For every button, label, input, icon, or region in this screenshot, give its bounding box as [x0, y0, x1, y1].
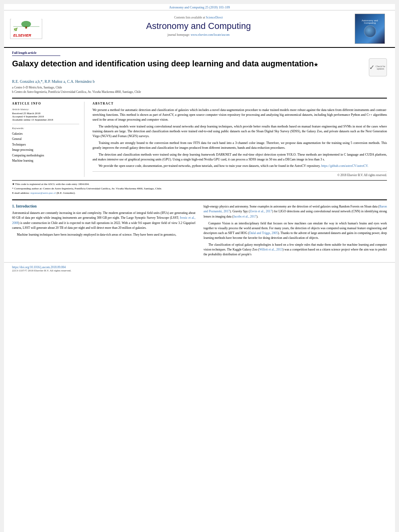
cite-ivezic[interactable]: Ivezic et al., 2008: [12, 216, 195, 224]
email-note: (R.E. González).: [56, 191, 75, 195]
intro-para-right-3: The classification of optical galaxy mor…: [204, 242, 387, 257]
intro-heading: 1. Introduction: [12, 204, 195, 208]
elsevier-logo: 🌿 ELSEVIER: [10, 19, 42, 39]
accepted-date: Accepted 4 September 2018: [12, 115, 79, 118]
bottom-links: https://doi.org/10.1016/j.ascom.2018.09.…: [4, 262, 395, 275]
intro-para-2: Machine learning techniques have been in…: [12, 232, 195, 237]
cite-willett[interactable]: Willett et al., 2013: [259, 248, 282, 251]
abstract-para-3: Training results are strongly bound to t…: [93, 141, 387, 151]
sciencedirect-link[interactable]: ScienceDirect: [206, 16, 223, 19]
article-title: Galaxy detection and identification usin…: [12, 58, 363, 69]
intro-title: Introduction: [16, 204, 37, 208]
keyword-techniques: Techniques: [12, 142, 79, 148]
received-date: Received 25 March 2018: [12, 112, 79, 115]
abstract-para-5: We provide the open source code, documen…: [93, 164, 387, 168]
cite-dalal[interactable]: Dalal and Triggs, 2005: [249, 231, 278, 235]
authors: R.E. González a,b,*, R.P. Muñoz a, C.A. …: [12, 80, 387, 84]
homepage-line: journal homepage: www.elsevier.com/locat…: [52, 33, 345, 37]
article-info-column: ARTICLE INFO Article history: Received 2…: [12, 102, 84, 177]
footnote-email: E-mail address: regonzar@astro.puc.cl (R…: [12, 191, 387, 195]
star-superscript: ★: [314, 62, 318, 68]
keywords-section: Keywords: Galaxies General Techniques Im…: [12, 127, 79, 164]
keywords-label: Keywords:: [12, 127, 79, 130]
bottom-copyright: 2213-1337/© 2018 Elsevier B.V. All right…: [12, 269, 387, 272]
introduction-section: 1. Introduction Astronomical datasets ar…: [4, 200, 395, 259]
footnote-star-text: ★ This code is registered at the ASCL wi…: [12, 183, 89, 186]
keyword-machine-learning: Machine learning: [12, 158, 79, 164]
cite-zevin[interactable]: Zevin et al., 2017: [250, 210, 272, 213]
abstract-para-2: The underlying models were trained using…: [93, 124, 387, 139]
intro-body-right: high-energy physics and astronomy. Some …: [204, 204, 387, 257]
cite-jacobs[interactable]: Jacobs et al., 2017: [233, 215, 256, 218]
svg-text:ELSEVIER: ELSEVIER: [13, 33, 31, 37]
journal-cover-planet: [364, 25, 376, 37]
keyword-galaxies: Galaxies: [12, 131, 79, 137]
available-date: Available online 15 September 2018: [12, 118, 79, 121]
abstract-para-4: The detection and classification methods…: [93, 152, 387, 162]
keyword-image-processing: Image processing: [12, 147, 79, 153]
abstract-column: ABSTRACT We present a method for automat…: [93, 102, 387, 177]
intro-para-1: Astronomical datasets are constantly inc…: [12, 211, 195, 230]
footnote-corresponding-text: * Corresponding author at: Centro de Ast…: [12, 187, 162, 190]
email-label: E-mail address:: [12, 191, 30, 195]
intro-left-column: 1. Introduction Astronomical datasets ar…: [12, 204, 195, 259]
svg-point-4: [21, 21, 31, 27]
cite-baron[interactable]: Baron and Poznanski, 2017: [204, 205, 387, 213]
email-link[interactable]: regonzar@astro.puc.cl: [31, 191, 56, 195]
article-title-section: Galaxy detection and identification usin…: [12, 58, 387, 76]
journal-cover: Astronomy andComputing: [355, 14, 385, 44]
copyright: © 2018 Elsevier B.V. All rights reserved…: [93, 171, 387, 177]
svg-rect-5: [25, 27, 27, 29]
affiliation-a: a Centro I+D MetricArts, Santiago, Chile: [12, 85, 387, 90]
journal-header-center: Contents lists available at ScienceDirec…: [44, 14, 353, 44]
journal-cover-title: Astronomy andComputing: [362, 19, 378, 24]
homepage-url[interactable]: www.elsevier.com/locate/ascom: [191, 33, 230, 37]
affiliation-b: b Centro de Astro-Ingeniería, Pontificia…: [12, 90, 387, 94]
contents-line: Contents lists available at ScienceDirec…: [52, 16, 345, 19]
keyword-general: General: [12, 136, 79, 142]
abstract-para-1: We present a method for automatic detect…: [93, 108, 387, 123]
check-for-updates-badge: ✓ Check for updates: [369, 58, 387, 76]
intro-number: 1.: [12, 204, 15, 208]
article-info-label: ARTICLE INFO: [12, 102, 79, 105]
intro-para-right-1: high-energy physics and astronomy. Some …: [204, 204, 387, 219]
elsevier-logo-container: 🌿 ELSEVIER: [8, 14, 44, 44]
divider: [12, 124, 79, 124]
intro-right-column: high-energy physics and astronomy. Some …: [204, 204, 387, 259]
footnote-section: ★ This code is registered at the ASCL wi…: [12, 180, 387, 196]
footnote-corresponding: * Corresponding author at: Centro de Ast…: [12, 187, 387, 191]
journal-citation: Astronomy and Computing 25 (2018) 103–10…: [4, 4, 395, 10]
journal-title: Astronomy and Computing: [52, 21, 345, 31]
astrocv-link[interactable]: https://github.com/astroCV/astroCV.: [321, 164, 368, 168]
article-info-abstract: ARTICLE INFO Article history: Received 2…: [12, 98, 387, 177]
affiliations: a Centro I+D MetricArts, Santiago, Chile…: [12, 85, 387, 94]
article-title-text: Galaxy detection and identification usin…: [12, 59, 314, 68]
article-content: Full length article Galaxy detection and…: [4, 48, 395, 199]
keyword-computing: Computing methodologies: [12, 153, 79, 158]
intro-para-right-2: Computer Vision is an interdisciplinary …: [204, 221, 387, 240]
intro-body-left: Astronomical datasets are constantly inc…: [12, 211, 195, 237]
journal-header: 🌿 ELSEVIER Contents lists available at S…: [4, 10, 395, 48]
history-label: Article history:: [12, 108, 79, 111]
journal-cover-container: Astronomy andComputing: [353, 14, 387, 44]
article-type: Full length article: [12, 51, 60, 56]
abstract-text: We present a method for automatic detect…: [93, 108, 387, 169]
check-label: Check for updates: [374, 65, 387, 70]
article-history: Article history: Received 25 March 2018 …: [12, 108, 79, 121]
doi-link[interactable]: https://doi.org/10.1016/j.ascom.2018.09.…: [12, 265, 66, 269]
footnote-star: ★ This code is registered at the ASCL wi…: [12, 182, 387, 187]
abstract-label: ABSTRACT: [93, 102, 387, 105]
